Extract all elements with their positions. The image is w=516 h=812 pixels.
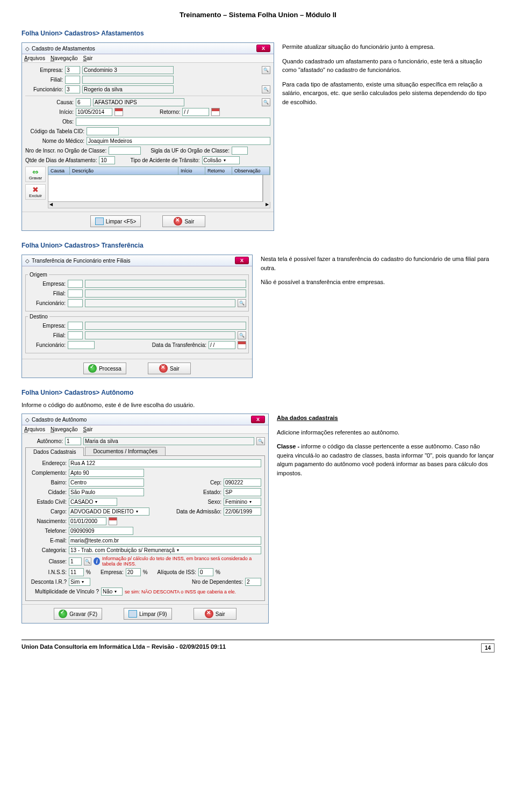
legend-origem: Origem [28, 272, 49, 278]
aliqiss-input[interactable] [198, 568, 213, 576]
sigla-input[interactable] [232, 147, 248, 155]
gravar-button[interactable]: Gravar (F2) [54, 608, 102, 620]
grid-header: Causa Descrição Início Retorno Observaçã… [48, 166, 270, 175]
nrodep-input[interactable] [245, 578, 261, 586]
search-icon[interactable]: 🔍 [256, 437, 265, 445]
lbl-empresapct: Empresa: [101, 569, 124, 575]
menu-sair[interactable]: Sair [83, 426, 93, 432]
calendar-icon[interactable] [109, 517, 117, 525]
retorno-input[interactable] [182, 108, 209, 116]
lbl-nrodep: Nro de Dependentes: [192, 579, 243, 585]
cep-input[interactable] [224, 479, 261, 487]
o-filial-input[interactable] [68, 289, 83, 298]
cidade-input[interactable] [69, 488, 144, 496]
multvinc-combo[interactable]: Não [101, 588, 123, 596]
menu-navegacao[interactable]: Navegação [51, 55, 78, 61]
menu-arquivos[interactable]: Arquivos [24, 55, 45, 61]
lbl-nascimento: Nascimento: [29, 518, 67, 524]
qtde-input[interactable] [99, 156, 115, 164]
menubar: Arquivos Navegação Sair [22, 425, 268, 434]
search-icon[interactable]: 🔍 [238, 299, 246, 307]
cid-input[interactable] [87, 127, 119, 135]
lbl-complemento: Complemento: [29, 470, 67, 476]
sair-button[interactable]: Sair [148, 363, 191, 374]
telefone-input[interactable] [69, 527, 133, 535]
close-icon[interactable]: X [235, 257, 249, 264]
menu-arquivos[interactable]: Arquivos [24, 426, 45, 432]
d-func-input[interactable] [68, 341, 95, 349]
lbl-retorno: Retorno: [160, 109, 180, 115]
autonomo-window: ◇ Cadastro de Autônomo X Arquivos Navega… [22, 414, 269, 624]
search-icon[interactable]: 🔍 [262, 98, 270, 106]
lbl-telefone: Telefone: [29, 528, 67, 534]
nascimento-input[interactable] [69, 517, 106, 525]
data-input[interactable] [209, 341, 235, 349]
autonomo-input[interactable] [65, 437, 81, 445]
footer-text: Union Data Consultoria em Informática Lt… [22, 643, 226, 653]
d-empresa-input[interactable] [68, 322, 83, 330]
search-icon[interactable]: 🔍 [238, 331, 246, 339]
window-title: Cadastro de Autônomo [32, 417, 249, 423]
funcionario-input[interactable] [65, 85, 80, 93]
calendar-icon[interactable] [114, 108, 123, 116]
o-empresa-nome [85, 280, 246, 288]
limpar-button[interactable]: Limpar (F9) [124, 608, 172, 620]
o-func-input[interactable] [68, 299, 83, 307]
section1-desc: Permite atualizar situação do funcionári… [282, 42, 494, 112]
categoria-combo[interactable]: 13 - Trab. com Contribuição s/ Remuneraç… [69, 546, 261, 554]
empresa-input[interactable] [65, 66, 80, 74]
close-icon[interactable]: X [251, 416, 265, 423]
filial-input[interactable] [65, 76, 80, 84]
info-icon: i [94, 557, 100, 565]
excluir-button[interactable]: ✖Excluir [25, 184, 46, 200]
calendar-icon[interactable] [238, 341, 246, 349]
o-empresa-input[interactable] [68, 280, 83, 288]
nroinscr-input[interactable] [109, 147, 141, 155]
tab-documentos[interactable]: Documentos / Informações [85, 447, 166, 455]
bairro-input[interactable] [69, 479, 144, 487]
inicio-input[interactable] [76, 108, 112, 116]
lbl-nroinscr: Nro de Inscr. no Orgão de Classe: [25, 148, 106, 154]
complemento-input[interactable] [69, 469, 144, 477]
endereco-input[interactable] [69, 459, 261, 467]
section1-title: Folha Union> Cadastros> Afastamentos [22, 30, 494, 37]
sexo-combo[interactable]: Feminino [224, 498, 261, 506]
gravar-button[interactable]: ⇔Gravar [25, 166, 46, 182]
limpar-button[interactable]: Limpar <F5> [90, 215, 141, 227]
autonomo-nome [83, 437, 254, 445]
d-filial-input[interactable] [68, 331, 83, 339]
lbl-inss: I.N.S.S: [29, 569, 67, 575]
cargo-combo[interactable]: ADVOGADO DE DIREITO [69, 508, 149, 516]
inss-input[interactable] [69, 568, 84, 576]
empresapct-input[interactable] [126, 568, 141, 576]
dataadm-input[interactable] [224, 508, 261, 516]
search-icon[interactable]: 🔍 [262, 66, 270, 74]
email-input[interactable] [69, 536, 261, 545]
classe-input[interactable] [69, 557, 82, 566]
tab-dados[interactable]: Dados Cadastrais [25, 447, 84, 456]
lbl-autonomo: Autônomo: [25, 438, 63, 444]
window-title: Transferência de Funcionário entre Filia… [32, 258, 233, 264]
search-icon[interactable]: 🔍 [262, 85, 270, 93]
menu-sair[interactable]: Sair [83, 55, 93, 61]
sair-button[interactable]: Sair [162, 215, 205, 227]
calendar-icon[interactable] [211, 108, 220, 116]
d-empresa-nome [85, 322, 246, 330]
obs-input[interactable] [76, 118, 270, 126]
processa-button[interactable]: Processa [83, 363, 126, 374]
lbl-categoria: Categoria: [29, 547, 67, 553]
close-icon[interactable]: X [256, 45, 270, 52]
sair-button[interactable]: Sair [194, 608, 236, 620]
menu-navegacao[interactable]: Navegação [51, 426, 78, 432]
causa-input[interactable] [76, 98, 91, 106]
h-scrollbar[interactable]: ◀▶ [48, 202, 270, 208]
descir-combo[interactable]: Sim [69, 578, 90, 586]
estado-input[interactable] [224, 488, 261, 496]
medico-input[interactable] [87, 137, 270, 145]
window-title: Cadastro de Afastamentos [32, 46, 254, 52]
estcivil-combo[interactable]: CASADO [69, 498, 117, 506]
search-icon[interactable]: 🔍 [84, 557, 91, 566]
grid-body[interactable] [48, 175, 263, 202]
scrollbar[interactable] [263, 175, 270, 202]
tipoac-combo[interactable]: Colisão [202, 156, 240, 164]
